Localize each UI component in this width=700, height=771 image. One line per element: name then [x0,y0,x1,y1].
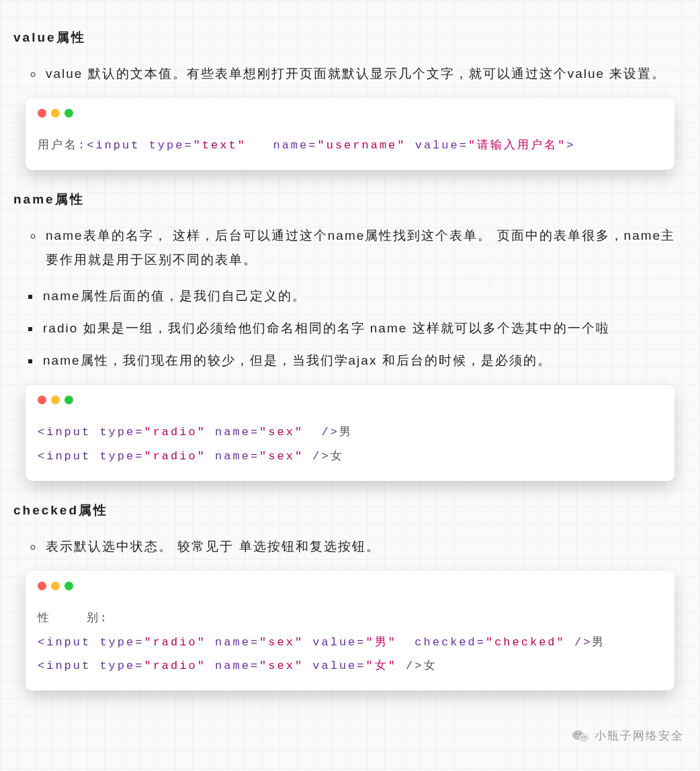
window-controls [38,109,662,118]
list-item: radio 如果是一组，我们必须给他们命名相同的名字 name 这样就可以多个选… [40,316,687,341]
code-block: <input type="radio" name="sex" />男<input… [26,385,674,480]
list-item: name属性后面的值，是我们自己定义的。 [40,284,687,308]
minimize-icon [51,582,60,590]
maximize-icon [64,582,73,590]
section-heading: checked属性 [13,498,687,523]
bullet-list: value 默认的文本值。有些表单想刚打开页面就默认显示几个文字，就可以通过这个… [13,62,687,86]
bullet-sublist: name属性后面的值，是我们自己定义的。 radio 如果是一组，我们必须给他们… [13,284,687,373]
close-icon [38,582,46,590]
bullet-list: 表示默认选中状态。 较常见于 单选按钮和复选按钮。 [13,535,687,559]
list-item: value 默认的文本值。有些表单想刚打开页面就默认显示几个文字，就可以通过这个… [43,62,687,86]
list-item: name表单的名字， 这样，后台可以通过这个name属性找到这个表单。 页面中的… [43,224,687,272]
window-controls [38,396,662,404]
list-item: name属性，我们现在用的较少，但是，当我们学ajax 和后台的时候，是必须的。 [40,349,687,373]
code-content: <input type="radio" name="sex" />男<input… [38,420,662,468]
code-block: 性 别:<input type="radio" name="sex" value… [26,571,674,690]
bullet-list: name表单的名字， 这样，后台可以通过这个name属性找到这个表单。 页面中的… [13,224,687,272]
minimize-icon [51,109,60,118]
code-content: 用户名:<input type="text" name="username" v… [38,134,662,158]
maximize-icon [64,396,73,404]
list-item: 表示默认选中状态。 较常见于 单选按钮和复选按钮。 [43,535,687,559]
code-content: 性 别:<input type="radio" name="sex" value… [38,606,662,678]
maximize-icon [64,109,73,118]
code-block: 用户名:<input type="text" name="username" v… [26,98,674,170]
section-heading: name属性 [13,187,687,212]
section-heading: value属性 [13,26,687,50]
close-icon [38,109,46,118]
window-controls [38,582,662,590]
minimize-icon [51,396,60,404]
close-icon [38,396,46,404]
